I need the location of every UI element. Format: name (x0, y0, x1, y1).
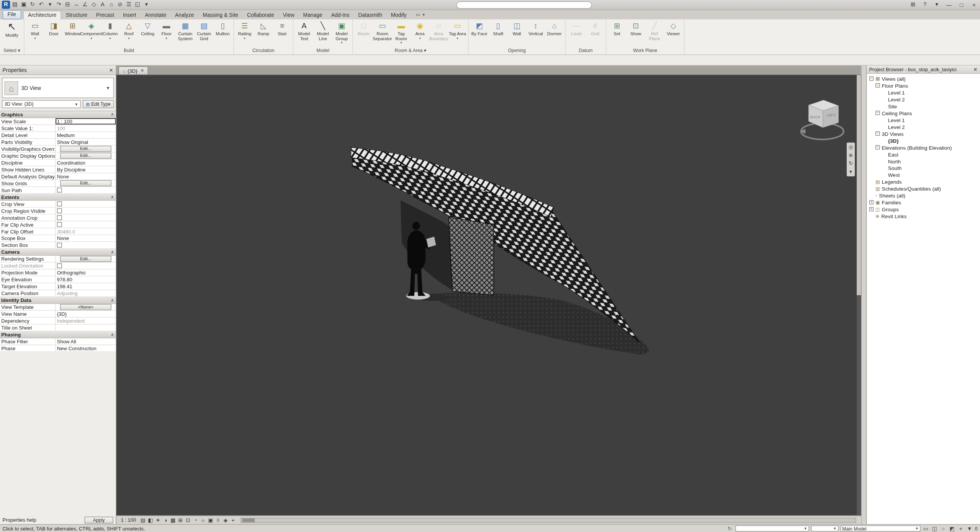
collapse-section-icon[interactable]: ∧ (111, 111, 116, 117)
measure-icon[interactable]: ↔ (73, 1, 80, 9)
panel-splitter[interactable] (861, 66, 866, 524)
tree-item-level-1[interactable]: Level 1 (867, 116, 980, 123)
open-file-icon[interactable]: ▤ (11, 1, 19, 9)
property-value-annotation-crop[interactable] (56, 214, 116, 220)
tab-massing-site[interactable]: Massing & Site (198, 11, 243, 19)
tab-view[interactable]: View (278, 11, 299, 19)
section-graphics[interactable]: Graphics∧ (0, 111, 116, 118)
locked-orientation-checkbox[interactable] (57, 263, 62, 268)
tab-precast[interactable]: Precast (92, 11, 118, 19)
tree-item-level-2[interactable]: Level 2 (867, 96, 980, 103)
property-value-view-name[interactable]: {3D} (56, 311, 116, 317)
view-tab-3d[interactable]: ⌂ {3D} ✕ (118, 66, 149, 74)
collapse-section-icon[interactable]: ∧ (111, 249, 116, 255)
tab-annotate[interactable]: Annotate (141, 11, 170, 19)
annotation-crop-checkbox[interactable] (57, 215, 62, 220)
by-face-button[interactable]: ◩By Face (470, 20, 489, 47)
tree-item-east[interactable]: East (867, 151, 980, 158)
property-value-scope-box[interactable]: None (56, 235, 116, 241)
help-icon[interactable]: ? (921, 1, 929, 9)
type-selector-chevron-icon[interactable]: ▼ (105, 86, 111, 90)
property-value-projection-mode[interactable]: Orthographic (56, 269, 116, 276)
tag-area-button[interactable]: ▭Tag Area▾ (448, 20, 467, 47)
help-menu-icon[interactable]: ▾ (933, 1, 941, 9)
horizontal-scrollbar-thumb[interactable] (242, 518, 255, 522)
property-value-crop-region-visible[interactable] (56, 208, 116, 214)
tree-item-level-2[interactable]: Level 2 (867, 123, 980, 130)
property-value-view-scale[interactable]: 1 : 100 (56, 118, 116, 124)
sun-path-icon[interactable]: ☀ (154, 517, 162, 523)
select-links-icon[interactable]: ▭ (922, 525, 929, 532)
highlight-displacement-sets-icon[interactable]: ◈ (222, 517, 229, 523)
property-value-far-clip-active[interactable] (56, 221, 116, 227)
property-value-eye-elevation[interactable]: 978.80 (56, 276, 116, 282)
select-elements-by-face-icon[interactable]: ◩ (949, 525, 955, 532)
viewer-button[interactable]: ◇Viewer (664, 20, 683, 47)
section-identity-data[interactable]: Identity Data∧ (0, 297, 116, 304)
reveal-hidden-elements-icon[interactable]: ☼ (199, 517, 207, 523)
property-value-parts-visibility[interactable]: Show Original (56, 139, 116, 145)
drag-elements-on-selection-icon[interactable]: + (957, 525, 964, 532)
tab-collaborate[interactable]: Collaborate (242, 11, 278, 19)
section-phasing[interactable]: Phasing∧ (0, 331, 116, 338)
select-underlay-elements-icon[interactable]: ◫ (931, 525, 938, 532)
tree-item-schedules-quantities-all[interactable]: ▥Schedules/Quantities (all) (867, 185, 980, 192)
properties-help-link[interactable]: Properties help (3, 517, 36, 523)
ribbon-display-toggle-icon[interactable]: ▭ (416, 13, 420, 18)
temporary-hide-isolate-icon[interactable]: ◔ (192, 517, 200, 523)
collapse-box-icon[interactable]: − (875, 131, 880, 135)
model-text-button[interactable]: AModel Text (295, 20, 314, 47)
railing-button[interactable]: ☰Railing▾ (235, 20, 254, 47)
rendering-settings-edit-button[interactable]: Edit... (60, 256, 111, 262)
undo-icon[interactable]: ↶ (38, 1, 45, 9)
aligned-dimension-icon[interactable]: ∠ (81, 1, 89, 9)
tree-item-south[interactable]: South (867, 165, 980, 171)
window-button[interactable]: ⊞Window (63, 20, 82, 47)
text-icon[interactable]: A (99, 1, 106, 9)
property-value-locked-orientation[interactable] (56, 263, 116, 269)
dormer-button[interactable]: ⌂Dormer (545, 20, 564, 47)
temporary-view-properties-icon[interactable]: ▣ (207, 517, 214, 523)
design-option-select[interactable]: Main Model▼ (840, 525, 920, 532)
property-value-visibility-graphics-overr[interactable]: Edit... (56, 146, 116, 152)
expand-box-icon[interactable]: + (869, 207, 874, 211)
model-group-button[interactable]: ▣Model Group▾ (332, 20, 351, 47)
section-box-checkbox[interactable] (57, 243, 62, 248)
crop-view-checkbox[interactable] (57, 201, 62, 206)
sync-status-icon[interactable]: ↻ (726, 525, 733, 532)
visibility-graphics-overr-edit-button[interactable]: Edit... (60, 146, 111, 152)
property-value-far-clip-offset[interactable]: 30480.0 (56, 228, 116, 234)
maximize-button[interactable]: □ (957, 2, 965, 8)
wall-button[interactable]: ▭Wall▾ (26, 20, 44, 47)
tab-architecture[interactable]: Architecture (23, 11, 61, 20)
vertical-scrollbar-thumb[interactable] (857, 75, 861, 295)
tree-item-north[interactable]: North (867, 158, 980, 165)
switch-windows-icon[interactable]: ◱ (134, 1, 142, 9)
property-value-title-on-sheet[interactable] (56, 325, 116, 331)
full-navigation-wheel-icon[interactable]: ◎ (849, 144, 853, 150)
undo-menu-icon[interactable]: ▾ (46, 1, 54, 9)
detail-level-icon[interactable]: ▤ (139, 517, 147, 523)
expand-box-icon[interactable]: + (869, 200, 874, 204)
tag-room-button[interactable]: ▬Tag Room▾ (392, 20, 411, 47)
type-selector[interactable]: ⌂ 3D View ▼ (2, 78, 114, 98)
sync-with-central-icon[interactable]: ↻ (29, 1, 36, 9)
property-value-crop-view[interactable] (56, 201, 116, 207)
crop-view-icon[interactable]: ⊞ (177, 517, 185, 523)
property-value-graphic-display-options[interactable]: Edit... (56, 153, 116, 159)
redo-icon[interactable]: ↷ (55, 1, 63, 9)
tab-manage[interactable]: Manage (299, 11, 327, 19)
design-option-filter[interactable]: ▼ (811, 525, 839, 532)
collapse-box-icon[interactable]: − (875, 145, 880, 149)
section-icon[interactable]: ⊘ (116, 1, 124, 9)
section-extents[interactable]: Extents∧ (0, 194, 116, 201)
tree-item-3d[interactable]: {3D} (867, 137, 980, 144)
navigation-menu-icon[interactable]: ▾ (849, 169, 852, 175)
component-button[interactable]: ◈Component▾ (82, 20, 101, 47)
shadows-icon[interactable]: ◑ (162, 517, 169, 523)
property-value-phase[interactable]: New Construction (56, 345, 116, 351)
curtain-system-button[interactable]: ▦Curtain System (176, 20, 195, 47)
search-input[interactable] (456, 1, 592, 9)
tree-item-legends[interactable]: ▤Legends (867, 178, 980, 185)
application-menu-icon[interactable]: R (2, 1, 10, 9)
